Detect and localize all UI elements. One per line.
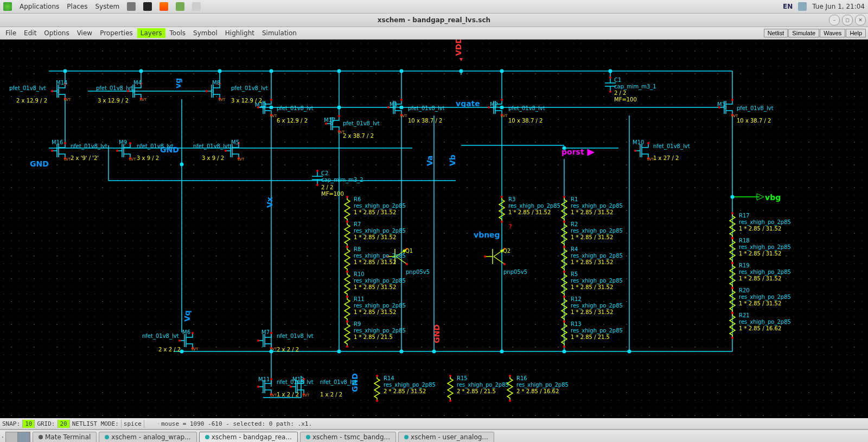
grid-value[interactable]: 20	[58, 420, 70, 428]
show-desktop-icon[interactable]	[2, 437, 3, 438]
panel-app-icon[interactable]	[127, 2, 136, 11]
window-title: xschem - bandgap_real_lvs.sch	[378, 16, 490, 24]
menu-properties[interactable]: Properties	[97, 28, 136, 38]
task-xschem4[interactable]: xschem - user_analog...	[398, 432, 494, 442]
svg-text:pfet_01v8_lvt: pfet_01v8_lvt	[277, 105, 314, 112]
svg-text:pfet_01v8_lvt: pfet_01v8_lvt	[508, 105, 545, 112]
svg-text:R2: R2	[571, 221, 578, 227]
svg-text:R15: R15	[457, 375, 468, 381]
menu-file[interactable]: File	[2, 28, 20, 38]
os-top-panel: Applications Places System EN Tue Jun 1,…	[0, 0, 868, 14]
svg-text:R21: R21	[739, 312, 750, 318]
menu-layers[interactable]: Layers	[137, 28, 165, 38]
simulate-button[interactable]: Simulate	[788, 29, 819, 37]
panel-app-icon[interactable]	[143, 2, 152, 11]
svg-text:res_xhigh_po_2p85: res_xhigh_po_2p85	[571, 253, 623, 259]
mouse-coords: mouse = 1090 -610 - selected: 0 path: .x…	[159, 420, 314, 428]
svg-text:2 / 2: 2 / 2	[321, 184, 333, 190]
launcher-icon[interactable]	[3, 2, 12, 11]
netlist-button[interactable]: Netlist	[764, 29, 788, 37]
svg-text:R7: R7	[354, 221, 361, 227]
svg-text:GND: GND	[432, 324, 441, 343]
waves-button[interactable]: Waves	[820, 29, 845, 37]
menu-view[interactable]: View	[74, 28, 95, 38]
svg-text:R4: R4	[571, 246, 578, 252]
svg-text:R18: R18	[739, 238, 750, 244]
svg-text:1 * 2.85 / 31.52: 1 * 2.85 / 31.52	[354, 209, 396, 215]
svg-text:Q2: Q2	[503, 248, 510, 254]
menu-places[interactable]: Places	[67, 3, 87, 10]
window-titlebar[interactable]: xschem - bandgap_real_lvs.sch – ◻ ✕	[0, 14, 868, 27]
menu-tools[interactable]: Tools	[167, 28, 189, 38]
panel-app-icon[interactable]	[159, 2, 168, 11]
task-xschem2[interactable]: xschem - bandgap_rea...	[199, 432, 298, 442]
snap-value[interactable]: 10	[23, 420, 35, 428]
menu-simulation[interactable]: Simulation	[259, 28, 300, 38]
svg-text:M1: M1	[390, 101, 398, 107]
clock[interactable]: Tue Jun 1, 21:04	[812, 3, 865, 10]
svg-text:R3: R3	[508, 196, 515, 202]
svg-text:R17: R17	[739, 213, 750, 219]
svg-text:1 x 2 / 2: 1 x 2 / 2	[320, 392, 342, 398]
menu-edit[interactable]: Edit	[21, 28, 40, 38]
svg-text:res_xhigh_po_2p85: res_xhigh_po_2p85	[354, 328, 406, 334]
help-button[interactable]: Help	[846, 29, 866, 37]
terminal-icon	[39, 435, 43, 439]
panel-app-icon[interactable]	[192, 2, 201, 11]
svg-text:R9: R9	[354, 321, 361, 327]
nodes	[63, 69, 735, 354]
mode-value[interactable]: spice	[122, 420, 144, 428]
svg-text:nfet_01v8_lvt: nfet_01v8_lvt	[71, 143, 107, 150]
menu-symbol[interactable]: Symbol	[190, 28, 221, 38]
lang-indicator[interactable]: EN	[783, 3, 793, 10]
panel-app-icon[interactable]	[176, 2, 184, 11]
svg-text:R14: R14	[384, 375, 394, 381]
svg-text:M14: M14	[56, 80, 67, 86]
svg-text:vg: vg	[174, 78, 182, 88]
svg-text:res_xhigh_po_2p85: res_xhigh_po_2p85	[571, 278, 623, 284]
svg-text:VDD: VDD	[454, 40, 463, 56]
svg-text:R10: R10	[354, 271, 365, 277]
svg-text:1 * 2.85 / 31.52: 1 * 2.85 / 31.52	[739, 300, 781, 306]
svg-text:nfet_01v8_lvt: nfet_01v8_lvt	[277, 333, 314, 339]
menu-applications[interactable]: Applications	[20, 3, 59, 10]
svg-text:M11: M11	[258, 376, 270, 382]
svg-text:Q1: Q1	[405, 248, 413, 254]
maximize-icon[interactable]: ◻	[842, 15, 853, 25]
minimize-icon[interactable]: –	[829, 15, 840, 25]
network-icon[interactable]	[798, 2, 807, 11]
task-terminal[interactable]: Mate Terminal	[33, 432, 97, 442]
svg-text:1 * 2.85 / 16.62: 1 * 2.85 / 16.62	[739, 325, 781, 331]
net-labels: VDD GND GND GND GND vg vgate Va Vb Vx Vq…	[30, 40, 781, 392]
svg-text:res_xhigh_po_2p85: res_xhigh_po_2p85	[571, 303, 623, 309]
svg-text:1 * 2.85 / 31.52: 1 * 2.85 / 31.52	[739, 226, 781, 232]
svg-text:res_xhigh_po_2p85: res_xhigh_po_2p85	[457, 382, 509, 388]
xschem-icon	[306, 435, 310, 439]
svg-text:cap_mim_m3_2: cap_mim_m3_2	[321, 177, 363, 183]
xschem-icon	[205, 435, 209, 439]
menu-highlight[interactable]: Highlight	[222, 28, 258, 38]
task-xschem1[interactable]: xschem - analog_wrap...	[99, 432, 196, 442]
svg-text:3 x 12.9 / 2: 3 x 12.9 / 2	[98, 98, 129, 104]
svg-text:res_xhigh_po_2p85: res_xhigh_po_2p85	[739, 294, 791, 300]
svg-text:1 * 2.85 / 31.52: 1 * 2.85 / 31.52	[571, 259, 613, 265]
menu-system[interactable]: System	[95, 3, 119, 10]
workspace-switcher[interactable]	[5, 432, 30, 442]
schematic-svg[interactable]: LVT LVT VDD GND GND GND GND vg vgate Va …	[0, 40, 868, 418]
svg-text:M3: M3	[717, 101, 725, 107]
svg-text:1 x 27 / 2: 1 x 27 / 2	[653, 155, 679, 161]
close-icon[interactable]: ✕	[855, 15, 866, 25]
svg-text:1 * 2.85 / 31.52: 1 * 2.85 / 31.52	[508, 209, 551, 215]
svg-text:R19: R19	[739, 262, 750, 268]
svg-text:M5: M5	[231, 139, 239, 145]
resistors[interactable]: R6res_xhigh_po_2p851 * 2.85 / 31.52 R7re…	[344, 196, 791, 402]
svg-text:pfet_01v8_lvt: pfet_01v8_lvt	[343, 120, 380, 127]
svg-text:res_xhigh_po_2p85: res_xhigh_po_2p85	[571, 228, 623, 234]
svg-text:10 x 38.7 / 2: 10 x 38.7 / 2	[737, 118, 771, 124]
svg-text:res_xhigh_po_2p85: res_xhigh_po_2p85	[739, 319, 791, 325]
svg-text:1 * 2.85 / 31.52: 1 * 2.85 / 31.52	[354, 284, 396, 290]
svg-text:2 x 12.9 / 2: 2 x 12.9 / 2	[16, 98, 47, 104]
task-xschem3[interactable]: xschem - tsmc_bandg...	[300, 432, 396, 442]
menu-options[interactable]: Options	[41, 28, 72, 38]
schematic-canvas[interactable]: LVT LVT VDD GND GND GND GND vg vgate Va …	[0, 40, 868, 418]
